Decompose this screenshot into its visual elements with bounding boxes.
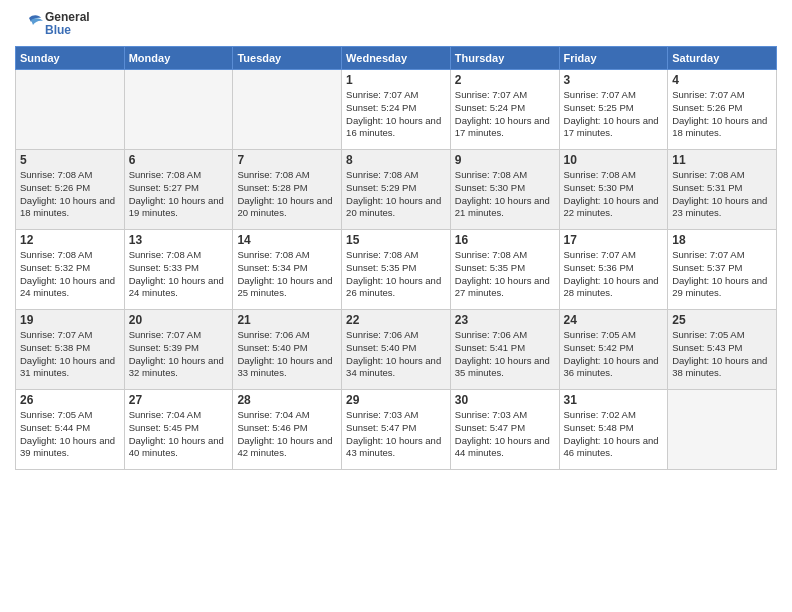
calendar-cell: 17Sunrise: 7:07 AM Sunset: 5:36 PM Dayli… bbox=[559, 230, 668, 310]
weekday-header-monday: Monday bbox=[124, 47, 233, 70]
day-number: 15 bbox=[346, 233, 446, 247]
day-number: 10 bbox=[564, 153, 664, 167]
calendar-cell bbox=[233, 70, 342, 150]
calendar-cell: 22Sunrise: 7:06 AM Sunset: 5:40 PM Dayli… bbox=[342, 310, 451, 390]
calendar-cell: 27Sunrise: 7:04 AM Sunset: 5:45 PM Dayli… bbox=[124, 390, 233, 470]
day-number: 16 bbox=[455, 233, 555, 247]
calendar-cell: 20Sunrise: 7:07 AM Sunset: 5:39 PM Dayli… bbox=[124, 310, 233, 390]
logo: General Blue bbox=[15, 10, 90, 38]
day-info: Sunrise: 7:08 AM Sunset: 5:26 PM Dayligh… bbox=[20, 169, 120, 220]
day-number: 19 bbox=[20, 313, 120, 327]
day-number: 14 bbox=[237, 233, 337, 247]
calendar-cell: 18Sunrise: 7:07 AM Sunset: 5:37 PM Dayli… bbox=[668, 230, 777, 310]
day-number: 25 bbox=[672, 313, 772, 327]
calendar-cell: 25Sunrise: 7:05 AM Sunset: 5:43 PM Dayli… bbox=[668, 310, 777, 390]
day-number: 1 bbox=[346, 73, 446, 87]
day-number: 28 bbox=[237, 393, 337, 407]
day-info: Sunrise: 7:08 AM Sunset: 5:28 PM Dayligh… bbox=[237, 169, 337, 220]
calendar-cell: 19Sunrise: 7:07 AM Sunset: 5:38 PM Dayli… bbox=[16, 310, 125, 390]
calendar-cell: 14Sunrise: 7:08 AM Sunset: 5:34 PM Dayli… bbox=[233, 230, 342, 310]
day-number: 8 bbox=[346, 153, 446, 167]
calendar-week-5: 26Sunrise: 7:05 AM Sunset: 5:44 PM Dayli… bbox=[16, 390, 777, 470]
weekday-header-saturday: Saturday bbox=[668, 47, 777, 70]
day-info: Sunrise: 7:02 AM Sunset: 5:48 PM Dayligh… bbox=[564, 409, 664, 460]
weekday-header-friday: Friday bbox=[559, 47, 668, 70]
day-number: 21 bbox=[237, 313, 337, 327]
logo-text-block: General Blue bbox=[15, 10, 90, 38]
day-info: Sunrise: 7:06 AM Sunset: 5:41 PM Dayligh… bbox=[455, 329, 555, 380]
day-number: 29 bbox=[346, 393, 446, 407]
calendar-cell: 9Sunrise: 7:08 AM Sunset: 5:30 PM Daylig… bbox=[450, 150, 559, 230]
calendar-cell: 11Sunrise: 7:08 AM Sunset: 5:31 PM Dayli… bbox=[668, 150, 777, 230]
calendar-week-1: 1Sunrise: 7:07 AM Sunset: 5:24 PM Daylig… bbox=[16, 70, 777, 150]
calendar-cell: 29Sunrise: 7:03 AM Sunset: 5:47 PM Dayli… bbox=[342, 390, 451, 470]
calendar-cell: 28Sunrise: 7:04 AM Sunset: 5:46 PM Dayli… bbox=[233, 390, 342, 470]
day-number: 27 bbox=[129, 393, 229, 407]
day-number: 2 bbox=[455, 73, 555, 87]
calendar-table: SundayMondayTuesdayWednesdayThursdayFrid… bbox=[15, 46, 777, 470]
day-number: 18 bbox=[672, 233, 772, 247]
day-info: Sunrise: 7:06 AM Sunset: 5:40 PM Dayligh… bbox=[237, 329, 337, 380]
day-info: Sunrise: 7:07 AM Sunset: 5:24 PM Dayligh… bbox=[455, 89, 555, 140]
day-number: 22 bbox=[346, 313, 446, 327]
calendar-cell: 21Sunrise: 7:06 AM Sunset: 5:40 PM Dayli… bbox=[233, 310, 342, 390]
calendar-cell: 3Sunrise: 7:07 AM Sunset: 5:25 PM Daylig… bbox=[559, 70, 668, 150]
logo-line2: Blue bbox=[45, 24, 90, 37]
weekday-header-row: SundayMondayTuesdayWednesdayThursdayFrid… bbox=[16, 47, 777, 70]
calendar-cell: 6Sunrise: 7:08 AM Sunset: 5:27 PM Daylig… bbox=[124, 150, 233, 230]
calendar-cell: 10Sunrise: 7:08 AM Sunset: 5:30 PM Dayli… bbox=[559, 150, 668, 230]
day-info: Sunrise: 7:08 AM Sunset: 5:32 PM Dayligh… bbox=[20, 249, 120, 300]
calendar-cell: 4Sunrise: 7:07 AM Sunset: 5:26 PM Daylig… bbox=[668, 70, 777, 150]
day-number: 30 bbox=[455, 393, 555, 407]
calendar-cell: 30Sunrise: 7:03 AM Sunset: 5:47 PM Dayli… bbox=[450, 390, 559, 470]
calendar-week-4: 19Sunrise: 7:07 AM Sunset: 5:38 PM Dayli… bbox=[16, 310, 777, 390]
day-info: Sunrise: 7:03 AM Sunset: 5:47 PM Dayligh… bbox=[455, 409, 555, 460]
calendar-cell bbox=[16, 70, 125, 150]
calendar-cell: 7Sunrise: 7:08 AM Sunset: 5:28 PM Daylig… bbox=[233, 150, 342, 230]
weekday-header-wednesday: Wednesday bbox=[342, 47, 451, 70]
day-number: 11 bbox=[672, 153, 772, 167]
logo-bird-icon bbox=[15, 10, 43, 38]
calendar-cell: 23Sunrise: 7:06 AM Sunset: 5:41 PM Dayli… bbox=[450, 310, 559, 390]
calendar-cell bbox=[668, 390, 777, 470]
day-info: Sunrise: 7:07 AM Sunset: 5:24 PM Dayligh… bbox=[346, 89, 446, 140]
day-info: Sunrise: 7:04 AM Sunset: 5:46 PM Dayligh… bbox=[237, 409, 337, 460]
day-info: Sunrise: 7:08 AM Sunset: 5:29 PM Dayligh… bbox=[346, 169, 446, 220]
day-info: Sunrise: 7:08 AM Sunset: 5:31 PM Dayligh… bbox=[672, 169, 772, 220]
day-info: Sunrise: 7:07 AM Sunset: 5:37 PM Dayligh… bbox=[672, 249, 772, 300]
day-info: Sunrise: 7:08 AM Sunset: 5:33 PM Dayligh… bbox=[129, 249, 229, 300]
calendar-cell: 15Sunrise: 7:08 AM Sunset: 5:35 PM Dayli… bbox=[342, 230, 451, 310]
day-number: 26 bbox=[20, 393, 120, 407]
day-info: Sunrise: 7:06 AM Sunset: 5:40 PM Dayligh… bbox=[346, 329, 446, 380]
day-info: Sunrise: 7:07 AM Sunset: 5:38 PM Dayligh… bbox=[20, 329, 120, 380]
day-info: Sunrise: 7:07 AM Sunset: 5:26 PM Dayligh… bbox=[672, 89, 772, 140]
day-number: 3 bbox=[564, 73, 664, 87]
day-number: 4 bbox=[672, 73, 772, 87]
calendar-cell: 2Sunrise: 7:07 AM Sunset: 5:24 PM Daylig… bbox=[450, 70, 559, 150]
calendar-cell: 12Sunrise: 7:08 AM Sunset: 5:32 PM Dayli… bbox=[16, 230, 125, 310]
day-number: 20 bbox=[129, 313, 229, 327]
calendar-cell bbox=[124, 70, 233, 150]
day-number: 5 bbox=[20, 153, 120, 167]
day-number: 12 bbox=[20, 233, 120, 247]
day-info: Sunrise: 7:08 AM Sunset: 5:35 PM Dayligh… bbox=[455, 249, 555, 300]
day-info: Sunrise: 7:08 AM Sunset: 5:34 PM Dayligh… bbox=[237, 249, 337, 300]
header: General Blue bbox=[15, 10, 777, 38]
day-info: Sunrise: 7:08 AM Sunset: 5:30 PM Dayligh… bbox=[455, 169, 555, 220]
day-info: Sunrise: 7:05 AM Sunset: 5:44 PM Dayligh… bbox=[20, 409, 120, 460]
day-info: Sunrise: 7:05 AM Sunset: 5:43 PM Dayligh… bbox=[672, 329, 772, 380]
calendar-cell: 31Sunrise: 7:02 AM Sunset: 5:48 PM Dayli… bbox=[559, 390, 668, 470]
calendar-cell: 26Sunrise: 7:05 AM Sunset: 5:44 PM Dayli… bbox=[16, 390, 125, 470]
day-info: Sunrise: 7:08 AM Sunset: 5:30 PM Dayligh… bbox=[564, 169, 664, 220]
day-info: Sunrise: 7:08 AM Sunset: 5:27 PM Dayligh… bbox=[129, 169, 229, 220]
day-info: Sunrise: 7:04 AM Sunset: 5:45 PM Dayligh… bbox=[129, 409, 229, 460]
day-number: 6 bbox=[129, 153, 229, 167]
day-info: Sunrise: 7:05 AM Sunset: 5:42 PM Dayligh… bbox=[564, 329, 664, 380]
calendar-cell: 1Sunrise: 7:07 AM Sunset: 5:24 PM Daylig… bbox=[342, 70, 451, 150]
day-number: 7 bbox=[237, 153, 337, 167]
day-number: 9 bbox=[455, 153, 555, 167]
calendar-cell: 13Sunrise: 7:08 AM Sunset: 5:33 PM Dayli… bbox=[124, 230, 233, 310]
calendar-week-2: 5Sunrise: 7:08 AM Sunset: 5:26 PM Daylig… bbox=[16, 150, 777, 230]
weekday-header-tuesday: Tuesday bbox=[233, 47, 342, 70]
calendar-cell: 16Sunrise: 7:08 AM Sunset: 5:35 PM Dayli… bbox=[450, 230, 559, 310]
